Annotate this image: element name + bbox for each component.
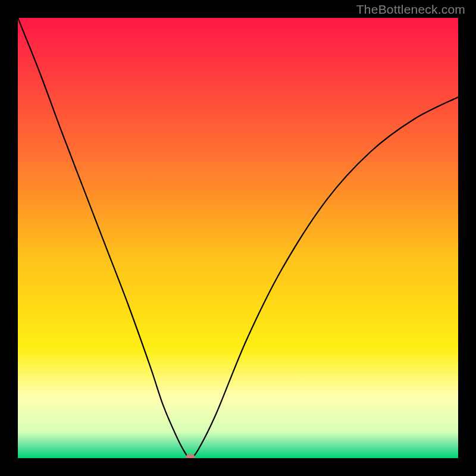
watermark-text: TheBottleneck.com (356, 2, 465, 17)
minimum-marker (186, 454, 195, 458)
bottleneck-curve (18, 18, 458, 458)
plot-area (18, 18, 458, 458)
chart-frame: TheBottleneck.com (0, 0, 476, 476)
